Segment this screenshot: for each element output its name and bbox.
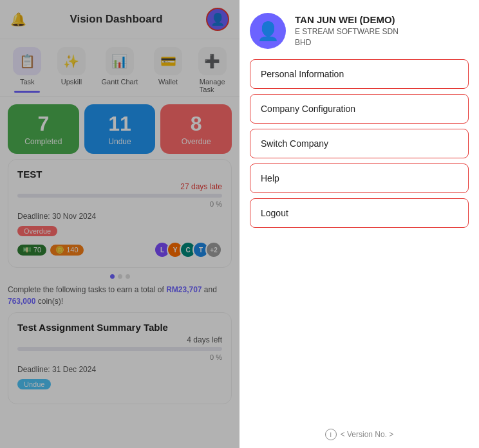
- manage-icon: ➕: [198, 47, 227, 75]
- menu-item-logout[interactable]: Logout: [250, 198, 469, 228]
- menu-item-company-configuration[interactable]: Company Configuration: [250, 94, 469, 124]
- carousel-dots: [0, 274, 240, 279]
- gantt-icon: 📊: [106, 47, 134, 75]
- overdue-badge: Overdue: [17, 226, 57, 236]
- task-card-assignment[interactable]: Test Assignment Summary Table 4 days lef…: [8, 312, 232, 404]
- menu-item-help[interactable]: Help: [250, 163, 469, 193]
- coin-icon: 💵: [23, 246, 32, 254]
- nav-label-manage: ManageTask: [200, 78, 225, 93]
- company-line1: E STREAM SOFTWARE SDN: [295, 27, 399, 36]
- earn-prefix: Complete the following tasks to earn a t…: [8, 285, 166, 294]
- earn-text: Complete the following tasks to earn a t…: [0, 284, 240, 312]
- overdue-label: Overdue: [182, 137, 211, 146]
- undue-card[interactable]: 11 Undue: [84, 104, 156, 154]
- version-label: < Version No. >: [341, 430, 394, 439]
- progress-pct-2: 0 %: [17, 353, 222, 361]
- version-row: i < Version No. >: [240, 421, 479, 448]
- completed-number: 7: [37, 112, 49, 136]
- menu-list: Personal Information Company Configurati…: [240, 59, 479, 421]
- task-title-2: Test Assignment Summary Table: [17, 322, 222, 333]
- undue-badge: Undue: [17, 379, 51, 389]
- nav-item-upskill[interactable]: ✨ Upskill: [57, 47, 86, 93]
- gold-icon: 🪙: [55, 246, 64, 254]
- profile-avatar-large: 👤: [250, 13, 286, 49]
- earn-coins: 763,000: [8, 297, 35, 306]
- nav-indicator: [14, 91, 40, 93]
- gold-value: 140: [66, 246, 78, 254]
- gold-coin-badge: 🪙 140: [50, 245, 83, 256]
- nav-label-upskill: Upskill: [61, 78, 82, 86]
- completed-card[interactable]: 7 Completed: [8, 104, 79, 154]
- menu-item-switch-company[interactable]: Switch Company: [250, 129, 469, 158]
- nav-item-manage[interactable]: ➕ ManageTask: [198, 47, 227, 93]
- coins-row: 💵 70 🪙 140: [17, 245, 84, 256]
- overdue-number: 8: [191, 112, 202, 136]
- nav-label-wallet: Wallet: [158, 78, 178, 86]
- profile-header: 👤 TAN JUN WEI (DEMO) E STREAM SOFTWARE S…: [240, 0, 479, 59]
- task-card-test[interactable]: TEST 27 days late 0 % Deadline: 30 Nov 2…: [8, 159, 232, 268]
- undue-number: 11: [108, 112, 131, 136]
- task-title: TEST: [17, 169, 222, 180]
- progress-pct: 0 %: [17, 200, 222, 208]
- earn-amount: RM23,707: [166, 285, 202, 294]
- earn-suffix: coin(s)!: [35, 297, 63, 306]
- company-line2: BHD: [295, 38, 311, 47]
- dot-3[interactable]: [126, 274, 130, 279]
- bell-icon[interactable]: 🔔: [10, 12, 26, 27]
- days-left-label: 4 days left: [17, 335, 222, 344]
- green-coin-badge: 💵 70: [17, 245, 46, 256]
- undue-label: Undue: [108, 137, 131, 146]
- profile-menu-panel: 👤 TAN JUN WEI (DEMO) E STREAM SOFTWARE S…: [240, 0, 479, 448]
- info-icon: i: [325, 429, 337, 440]
- menu-item-personal-information[interactable]: Personal Information: [250, 59, 469, 89]
- nav-item-gantt[interactable]: 📊 Gantt Chart: [102, 47, 138, 93]
- wallet-icon: 💳: [154, 47, 182, 75]
- deadline-text: Deadline: 30 Nov 2024: [17, 212, 222, 221]
- profile-name: TAN JUN WEI (DEMO): [295, 14, 399, 25]
- bottom-nav: 📋 Task ✨ Upskill 📊 Gantt Chart 💳 Wallet …: [0, 39, 240, 97]
- progress-bar-bg: [17, 194, 222, 198]
- avatar-plus: +2: [205, 241, 222, 258]
- app-header: 🔔 Vision Dashboard 👤: [0, 0, 240, 39]
- dot-2[interactable]: [118, 274, 122, 279]
- progress-bar-bg-2: [17, 347, 222, 351]
- dot-1[interactable]: [110, 274, 115, 279]
- coin-value: 70: [33, 246, 41, 254]
- avatar-group: L Y C T +2: [154, 241, 222, 258]
- left-panel: 🔔 Vision Dashboard 👤 📋 Task ✨ Upskill 📊 …: [0, 0, 240, 448]
- nav-label-gantt: Gantt Chart: [102, 78, 138, 86]
- nav-item-wallet[interactable]: 💳 Wallet: [154, 47, 182, 93]
- deadline-text-2: Deadline: 31 Dec 2024: [17, 365, 222, 374]
- profile-info: TAN JUN WEI (DEMO) E STREAM SOFTWARE SDN…: [295, 14, 399, 48]
- earn-middle: and: [202, 285, 217, 294]
- task-footer: 💵 70 🪙 140 L Y C T +2: [17, 241, 222, 258]
- profile-avatar-button[interactable]: 👤: [206, 8, 229, 31]
- nav-label-task: Task: [20, 78, 35, 86]
- completed-label: Completed: [24, 137, 62, 146]
- nav-item-task[interactable]: 📋 Task: [13, 47, 41, 93]
- profile-company: E STREAM SOFTWARE SDN BHD: [295, 26, 399, 48]
- stats-row: 7 Completed 11 Undue 8 Overdue: [0, 97, 240, 159]
- task-icon: 📋: [13, 47, 41, 75]
- app-title: Vision Dashboard: [70, 13, 162, 26]
- overdue-card[interactable]: 8 Overdue: [160, 104, 232, 154]
- task-late-label: 27 days late: [17, 182, 222, 191]
- upskill-icon: ✨: [57, 47, 86, 75]
